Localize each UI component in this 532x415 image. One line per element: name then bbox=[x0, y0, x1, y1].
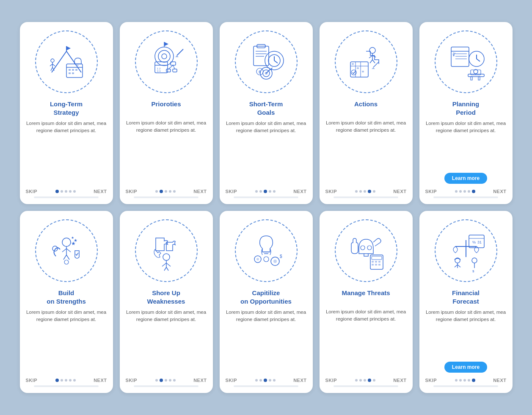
skip-button[interactable]: SKIP bbox=[26, 378, 38, 383]
next-button[interactable]: NEXT bbox=[193, 378, 207, 383]
dot-1 bbox=[155, 190, 158, 193]
dot-1 bbox=[255, 190, 258, 193]
svg-rect-111 bbox=[375, 261, 377, 263]
svg-rect-115 bbox=[378, 264, 380, 266]
svg-text:★: ★ bbox=[74, 238, 77, 243]
svg-line-125 bbox=[458, 265, 460, 267]
card-actions: Actions Lorem ipsum dolor sit dim amet, … bbox=[320, 22, 413, 204]
card-nav: SKIP NEXT bbox=[325, 189, 407, 194]
learn-more-button[interactable]: Learn more bbox=[444, 173, 487, 184]
dot-4 bbox=[368, 379, 371, 382]
dot-5 bbox=[373, 190, 375, 193]
card-grid: Long-Term Strategy Lorem ipsum dolor sit… bbox=[20, 22, 513, 393]
dot-1 bbox=[155, 379, 158, 382]
next-button[interactable]: NEXT bbox=[94, 378, 107, 383]
card-priorities: 1 2 3 4 Prioroties Lorem ipsum dolor sit… bbox=[120, 22, 213, 204]
skip-button[interactable]: SKIP bbox=[226, 189, 237, 194]
card-financial-forecast: % 31 $ Financial Forecast Lorem ipsum bbox=[419, 211, 513, 393]
dot-5 bbox=[273, 190, 276, 193]
card-desc: Lorem ipsum dolor sit dim amet, mea regi… bbox=[26, 120, 107, 184]
svg-line-28 bbox=[168, 65, 173, 69]
card-illustration: % 31 $ bbox=[432, 217, 500, 285]
svg-point-80 bbox=[62, 238, 71, 246]
skip-button[interactable]: SKIP bbox=[126, 189, 138, 194]
next-button[interactable]: NEXT bbox=[293, 189, 306, 194]
card-short-term-goals: $ Short-Term Goals Lorem ipsum dolor sit… bbox=[220, 22, 313, 204]
skip-button[interactable]: SKIP bbox=[325, 189, 337, 194]
dot-2 bbox=[459, 379, 462, 382]
svg-rect-113 bbox=[372, 264, 374, 266]
next-button[interactable]: NEXT bbox=[493, 189, 506, 194]
dot-3 bbox=[264, 379, 267, 382]
nav-dots bbox=[455, 379, 475, 382]
card-manage-threats: Manage Threats Lorem ipsum dolor sit dim… bbox=[320, 211, 413, 393]
svg-rect-77 bbox=[478, 77, 480, 80]
skip-button[interactable]: SKIP bbox=[226, 378, 237, 383]
svg-line-53 bbox=[372, 60, 375, 63]
next-button[interactable]: NEXT bbox=[94, 189, 107, 194]
card-nav: SKIP NEXT bbox=[325, 378, 407, 383]
svg-point-126 bbox=[472, 258, 477, 263]
skip-button[interactable]: SKIP bbox=[126, 378, 138, 383]
dot-4 bbox=[169, 379, 171, 382]
svg-line-50 bbox=[369, 55, 372, 58]
dot-4 bbox=[69, 379, 72, 382]
learn-more-button-2[interactable]: Learn more bbox=[444, 362, 487, 373]
card-divider bbox=[234, 196, 299, 198]
card-divider bbox=[34, 385, 99, 387]
next-button[interactable]: NEXT bbox=[293, 378, 306, 383]
next-button[interactable]: NEXT bbox=[493, 378, 506, 383]
dot-5 bbox=[73, 190, 76, 193]
dot-4 bbox=[468, 190, 470, 193]
dot-1 bbox=[355, 379, 358, 382]
svg-rect-11 bbox=[72, 69, 74, 71]
next-button[interactable]: NEXT bbox=[393, 378, 406, 383]
card-desc: Lorem ipsum dolor sit dim amet, mea regi… bbox=[226, 120, 307, 184]
dot-5 bbox=[173, 190, 176, 193]
dot-1 bbox=[55, 190, 59, 193]
svg-text:$: $ bbox=[280, 254, 282, 259]
card-nav: SKIP NEXT bbox=[126, 378, 207, 383]
svg-line-30 bbox=[177, 49, 183, 55]
svg-rect-13 bbox=[69, 72, 71, 74]
card-divider bbox=[134, 196, 199, 198]
card-illustration: 1 2 3 4 bbox=[132, 28, 200, 96]
skip-button[interactable]: SKIP bbox=[325, 378, 337, 383]
card-illustration: $ bbox=[232, 28, 300, 96]
dot-1 bbox=[455, 190, 458, 193]
svg-text:31: 31 bbox=[477, 240, 482, 244]
card-desc: Lorem ipsum dolor sit dim amet, mea regi… bbox=[325, 308, 407, 373]
card-divider bbox=[134, 385, 199, 387]
next-button[interactable]: NEXT bbox=[193, 189, 207, 194]
card-desc: Lorem ipsum dolor sit dim amet, mea regi… bbox=[126, 119, 207, 184]
card-title: Manage Threats bbox=[342, 289, 390, 305]
svg-line-89 bbox=[66, 255, 69, 260]
card-planning-period: Planning Period Lorem ipsum dolor sit di… bbox=[419, 22, 513, 204]
nav-dots bbox=[55, 379, 76, 382]
card-divider bbox=[34, 196, 99, 198]
card-build-strengths: ★ ★ ★ Build on Strengths Lorem ipsum d bbox=[20, 211, 113, 393]
skip-button[interactable]: SKIP bbox=[425, 189, 437, 194]
dot-1 bbox=[355, 190, 358, 193]
card-title: Shore Up Weaknesses bbox=[147, 289, 185, 305]
skip-button[interactable]: SKIP bbox=[425, 378, 437, 383]
card-nav: SKIP NEXT bbox=[226, 378, 307, 383]
dot-1 bbox=[55, 379, 59, 382]
svg-line-96 bbox=[166, 267, 168, 271]
svg-point-100 bbox=[256, 258, 259, 260]
card-long-term-strategy: Long-Term Strategy Lorem ipsum dolor sit… bbox=[20, 22, 113, 204]
skip-button[interactable]: SKIP bbox=[26, 189, 38, 194]
dot-3 bbox=[65, 190, 67, 193]
dot-5 bbox=[273, 379, 276, 382]
card-desc: Lorem ipsum dolor sit dim amet, mea regi… bbox=[26, 309, 107, 373]
dot-2 bbox=[160, 190, 163, 193]
next-button[interactable]: NEXT bbox=[393, 189, 406, 194]
card-desc: Lorem ipsum dolor sit dim amet, mea regi… bbox=[226, 309, 307, 373]
dot-3 bbox=[165, 190, 167, 193]
card-title: Planning Period bbox=[452, 100, 479, 116]
svg-rect-116 bbox=[469, 235, 484, 248]
dot-4 bbox=[269, 379, 271, 382]
svg-line-29 bbox=[173, 65, 175, 69]
card-title: Actions bbox=[354, 100, 378, 116]
nav-dots bbox=[355, 190, 375, 193]
